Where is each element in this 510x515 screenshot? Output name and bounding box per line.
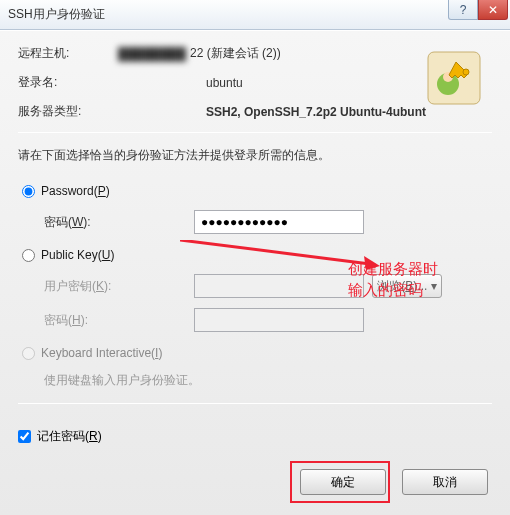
server-type-value: SSH2, OpenSSH_7.2p2 Ubuntu-4ubunt xyxy=(206,105,426,119)
keypass-field-row: 密码(H): xyxy=(44,308,492,332)
remote-host-row: 远程主机: ████████ 22 (新建会话 (2)) xyxy=(18,45,492,62)
window-title: SSH用户身份验证 xyxy=(8,6,105,23)
remember-checkbox[interactable] xyxy=(18,430,31,443)
cancel-button[interactable]: 取消 xyxy=(402,469,488,495)
dialog-buttons: 确定 取消 xyxy=(300,469,488,495)
ok-button[interactable]: 确定 xyxy=(300,469,386,495)
keyboard-desc: 使用键盘输入用户身份验证。 xyxy=(44,372,492,389)
password-field-label: 密码(W): xyxy=(44,214,134,231)
login-value: ubuntu xyxy=(206,76,243,90)
server-type-label: 服务器类型: xyxy=(18,103,118,120)
keyboard-radio xyxy=(22,347,35,360)
help-button[interactable]: ? xyxy=(448,0,478,20)
publickey-section: Public Key(U) 用户密钥(K): 浏览(B)... ▾ 密码(H): xyxy=(22,248,492,332)
password-radio-row[interactable]: Password(P) xyxy=(22,184,492,198)
password-section: Password(P) 密码(W): xyxy=(22,184,492,234)
userkey-field-row: 用户密钥(K): 浏览(B)... ▾ xyxy=(44,274,492,298)
server-type-row: 服务器类型: SSH2, OpenSSH_7.2p2 Ubuntu-4ubunt xyxy=(18,103,492,120)
svg-point-3 xyxy=(463,69,469,75)
keyboard-radio-row[interactable]: Keyboard Interactive(I) xyxy=(22,346,492,360)
keyboard-section: Keyboard Interactive(I) 使用键盘输入用户身份验证。 xyxy=(22,346,492,389)
dialog-content: 远程主机: ████████ 22 (新建会话 (2)) 登录名: ubuntu… xyxy=(0,30,510,515)
publickey-radio[interactable] xyxy=(22,249,35,262)
keyboard-radio-label: Keyboard Interactive(I) xyxy=(41,346,162,360)
remote-host-label: 远程主机: xyxy=(18,45,118,62)
browse-button: 浏览(B)... ▾ xyxy=(372,274,442,298)
password-radio-label: Password(P) xyxy=(41,184,110,198)
userkey-input xyxy=(194,274,364,298)
publickey-radio-row[interactable]: Public Key(U) xyxy=(22,248,492,262)
password-radio[interactable] xyxy=(22,185,35,198)
titlebar-buttons: ? ✕ xyxy=(448,0,508,20)
close-button[interactable]: ✕ xyxy=(478,0,508,20)
password-field-row: 密码(W): xyxy=(44,210,492,234)
userkey-label: 用户密钥(K): xyxy=(44,278,134,295)
divider-2 xyxy=(18,403,492,404)
keypass-input xyxy=(194,308,364,332)
login-row: 登录名: ubuntu xyxy=(18,74,492,91)
keypass-label: 密码(H): xyxy=(44,312,134,329)
remember-label: 记住密码(R) xyxy=(37,428,102,445)
login-label: 登录名: xyxy=(18,74,118,91)
remote-host-blurred: ████████ xyxy=(118,47,186,61)
instruction-text: 请在下面选择恰当的身份验证方法并提供登录所需的信息。 xyxy=(18,147,492,164)
publickey-radio-label: Public Key(U) xyxy=(41,248,114,262)
remember-row[interactable]: 记住密码(R) xyxy=(18,428,492,445)
password-input[interactable] xyxy=(194,210,364,234)
divider xyxy=(18,132,492,133)
remote-host-value: 22 (新建会话 (2)) xyxy=(190,45,281,62)
key-user-icon xyxy=(426,50,482,106)
titlebar: SSH用户身份验证 ? ✕ xyxy=(0,0,510,30)
